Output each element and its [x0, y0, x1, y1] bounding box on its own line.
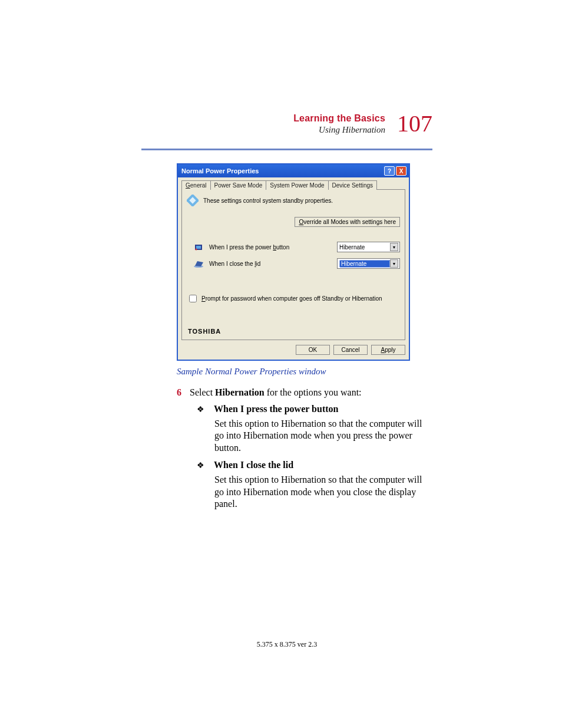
dialog-description: These settings control system standby pr…: [203, 197, 333, 204]
help-button[interactable]: ?: [384, 166, 395, 176]
svg-rect-3: [196, 246, 201, 249]
svg-point-4: [196, 249, 197, 251]
chevron-down-icon: ▼: [390, 259, 398, 268]
power-button-select[interactable]: Hibernate ▼: [337, 242, 400, 252]
bullet-body: Set this option to Hibernation so that t…: [214, 418, 432, 454]
bullet-power-button: ❖ When I press the power button Set this…: [197, 404, 432, 454]
bullet-heading: When I close the lid: [214, 460, 293, 470]
tab-system-power[interactable]: System Power Mode: [266, 180, 328, 190]
chevron-down-icon: ▼: [390, 243, 398, 251]
close-lid-select[interactable]: Hibernate ▼: [337, 258, 400, 269]
step-number: 6: [177, 387, 181, 398]
chapter-title: Learning the Basics: [293, 113, 385, 124]
dialog-titlebar[interactable]: Normal Power Properties ? X: [178, 164, 409, 177]
power-button-label: When I press the power button: [209, 244, 332, 251]
power-button-icon: [193, 241, 204, 253]
power-properties-dialog: Normal Power Properties ? X General Powe…: [177, 163, 410, 361]
header-divider: [141, 149, 432, 150]
page-header: Learning the Basics Using Hibernation 10…: [141, 112, 432, 136]
page-footer: 5.375 x 8.375 ver 2.3: [141, 640, 432, 649]
bullet-heading: When I press the power button: [214, 404, 338, 414]
brand-label: TOSHIBA: [188, 328, 400, 335]
step-6: 6 Select Hibernation for the options you…: [177, 387, 432, 398]
section-title: Using Hibernation: [293, 125, 385, 135]
figure-caption: Sample Normal Power Properties window: [177, 367, 432, 377]
laptop-lid-icon: [193, 258, 204, 269]
step-text: Select Hibernation for the options you w…: [190, 387, 362, 398]
page-number: 107: [397, 112, 432, 136]
bullet-icon: ❖: [197, 404, 204, 414]
dialog-title: Normal Power Properties: [181, 167, 259, 174]
password-prompt-label: Prompt for password when computer goes o…: [201, 295, 382, 302]
document-page: Learning the Basics Using Hibernation 10…: [0, 0, 562, 696]
dialog-tabs: General Power Save Mode System Power Mod…: [181, 180, 405, 190]
tab-power-save[interactable]: Power Save Mode: [210, 180, 267, 190]
bullet-icon: ❖: [197, 460, 204, 470]
password-prompt-checkbox[interactable]: [189, 295, 197, 302]
cancel-button[interactable]: Cancel: [333, 345, 368, 355]
tab-general[interactable]: General: [181, 180, 211, 190]
ok-button[interactable]: OK: [296, 345, 330, 355]
bullet-body: Set this option to Hibernation so that t…: [214, 474, 432, 510]
close-button[interactable]: X: [396, 166, 406, 176]
override-button[interactable]: Override all Modes with settings here: [295, 217, 400, 227]
settings-icon: [187, 195, 199, 206]
tab-device-settings[interactable]: Device Settings: [328, 180, 377, 190]
apply-button[interactable]: Apply: [371, 345, 405, 355]
close-lid-label: When I close the lid: [209, 261, 332, 267]
bullet-close-lid: ❖ When I close the lid Set this option t…: [197, 460, 432, 510]
